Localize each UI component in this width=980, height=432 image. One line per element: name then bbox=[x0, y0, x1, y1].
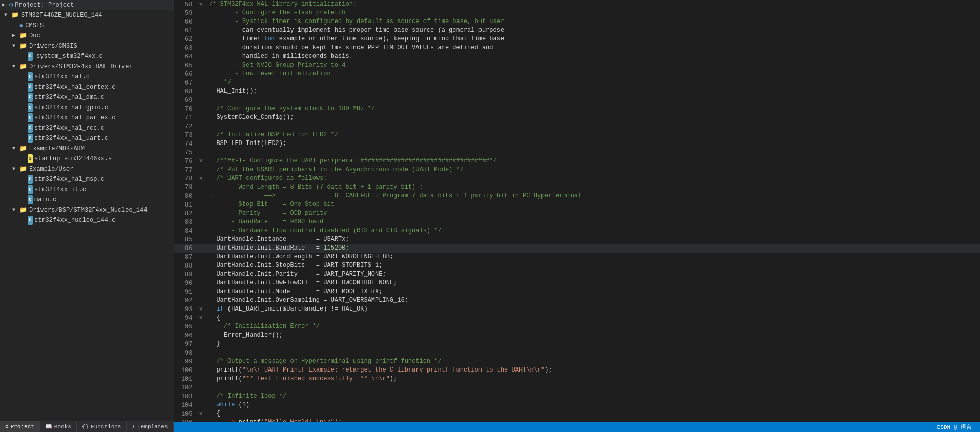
fold-indicator[interactable] bbox=[197, 331, 205, 340]
fold-indicator[interactable] bbox=[197, 148, 205, 157]
fold-indicator[interactable] bbox=[197, 166, 205, 174]
file-c-icon-msp: c bbox=[28, 175, 33, 184]
fold-indicator[interactable] bbox=[197, 96, 205, 105]
code-scroll[interactable]: 58▼/* STM32F4xx HAL library initializati… bbox=[174, 0, 980, 426]
fold-indicator[interactable] bbox=[197, 78, 205, 87]
diamond-icon: ◆ bbox=[19, 21, 23, 30]
line-number: 58 bbox=[174, 0, 197, 9]
sidebar-item-main-c[interactable]: c main.c bbox=[0, 195, 174, 205]
line-number: 87 bbox=[174, 253, 197, 261]
sidebar-item-hal-rcc[interactable]: c stm32f4xx_hal_rcc.c bbox=[0, 123, 174, 133]
sidebar-item-project[interactable]: ▶ ⚙ Project: Project bbox=[0, 0, 174, 10]
sidebar-item-example-user[interactable]: ▼ 📁 Example/User bbox=[0, 164, 174, 174]
fold-indicator[interactable] bbox=[197, 375, 205, 383]
fold-indicator[interactable] bbox=[197, 392, 205, 401]
sidebar-item-drivers-hal[interactable]: ▼ 📁 Drivers/STM32F4xx_HAL_Driver bbox=[0, 61, 174, 72]
sidebar-item-hal-cortex[interactable]: c stm32f4xx_hal_cortex.c bbox=[0, 82, 174, 92]
fold-indicator[interactable] bbox=[197, 357, 205, 366]
sidebar-item-hal-pwr[interactable]: c stm32f4xx_hal_pwr_ex.c bbox=[0, 113, 174, 123]
fold-indicator[interactable] bbox=[197, 105, 205, 113]
line-number: 79 bbox=[174, 183, 197, 192]
fold-indicator[interactable] bbox=[197, 87, 205, 96]
tree-arrow-system-c bbox=[20, 52, 28, 61]
fold-indicator[interactable] bbox=[197, 218, 205, 227]
fold-indicator[interactable] bbox=[197, 131, 205, 139]
fold-indicator[interactable] bbox=[197, 61, 205, 70]
sidebar-item-hal-gpio[interactable]: c stm32f4xx_hal_gpio.c bbox=[0, 102, 174, 113]
line-number: 64 bbox=[174, 52, 197, 61]
fold-indicator[interactable] bbox=[197, 17, 205, 26]
fold-indicator[interactable] bbox=[197, 227, 205, 235]
sidebar-item-msp-c[interactable]: c stm32f4xx_hal_msp.c bbox=[0, 174, 174, 184]
sidebar-tree[interactable]: ▶ ⚙ Project: Project ▼ 📁 STM32F446ZE_NUC… bbox=[0, 0, 174, 421]
fold-indicator[interactable] bbox=[197, 287, 205, 296]
fold-indicator[interactable] bbox=[197, 52, 205, 61]
fold-indicator[interactable] bbox=[197, 139, 205, 148]
fold-indicator[interactable] bbox=[197, 209, 205, 218]
fold-indicator[interactable] bbox=[197, 348, 205, 357]
sidebar-item-startup[interactable]: s startup_stm32f446xx.s bbox=[0, 154, 174, 164]
tab-project[interactable]: ⚙ Project bbox=[0, 421, 40, 432]
code-line: timer for example or other time source),… bbox=[205, 35, 980, 44]
sidebar-item-system-c[interactable]: c system_stm32f4xx.c bbox=[0, 51, 174, 61]
editor-area: 58▼/* STM32F4xx HAL library initializati… bbox=[174, 0, 980, 432]
sidebar-item-drivers-cmsis[interactable]: ▼ 📁 Drivers/CMSIS bbox=[0, 41, 174, 51]
fold-indicator[interactable] bbox=[197, 279, 205, 287]
fold-indicator[interactable] bbox=[197, 253, 205, 261]
line-number: 76 bbox=[174, 157, 197, 166]
fold-indicator[interactable] bbox=[197, 340, 205, 348]
sidebar-item-cmsis[interactable]: ◆ CMSIS bbox=[0, 20, 174, 31]
fold-indicator[interactable]: ▼ bbox=[197, 314, 205, 322]
fold-indicator[interactable] bbox=[197, 200, 205, 209]
fold-indicator[interactable]: ▼ bbox=[197, 174, 205, 183]
fold-indicator[interactable] bbox=[197, 44, 205, 52]
tab-functions[interactable]: {} Functions bbox=[77, 421, 127, 432]
code-line: - Configure the Flash prefetch bbox=[205, 9, 980, 17]
sidebar-label-drivers-bsp: Drivers/BSP/STM32F4xx_Nucleo_144 bbox=[29, 205, 147, 215]
fold-indicator[interactable] bbox=[197, 26, 205, 35]
sidebar-item-nucleo144-c[interactable]: c stm32f4xx_nucleo_144.c bbox=[0, 215, 174, 225]
sidebar-item-hal-uart[interactable]: c stm32f4xx_hal_uart.c bbox=[0, 133, 174, 143]
sidebar-item-doc[interactable]: ▶ 📁 Doc bbox=[0, 31, 174, 41]
fold-indicator[interactable]: ▼ bbox=[197, 157, 205, 166]
sidebar-item-hal-dma[interactable]: c stm32f4xx_hal_dma.c bbox=[0, 92, 174, 102]
code-line: - BaudRate = 9600 baud bbox=[205, 218, 980, 227]
code-line: /* Infinite loop */ bbox=[205, 392, 980, 401]
sidebar-item-it-c[interactable]: c stm32f4xx_it.c bbox=[0, 184, 174, 195]
fold-indicator[interactable] bbox=[197, 296, 205, 305]
fold-indicator[interactable] bbox=[197, 113, 205, 122]
fold-indicator[interactable] bbox=[197, 183, 205, 192]
line-number: 97 bbox=[174, 340, 197, 348]
fold-indicator[interactable] bbox=[197, 244, 205, 253]
line-number: 100 bbox=[174, 366, 197, 375]
fold-indicator[interactable] bbox=[197, 383, 205, 392]
tab-books[interactable]: 📖 Books bbox=[40, 421, 77, 432]
fold-indicator[interactable] bbox=[197, 9, 205, 17]
fold-indicator[interactable] bbox=[197, 366, 205, 375]
fold-indicator[interactable] bbox=[197, 70, 205, 78]
code-line: /* Configure the system clock to 180 MHz… bbox=[205, 105, 980, 113]
sidebar-item-drivers-bsp[interactable]: ▼ 📁 Drivers/BSP/STM32F4xx_Nucleo_144 bbox=[0, 205, 174, 215]
sidebar-item-example-mdk[interactable]: ▼ 📁 Example/MDK-ARM bbox=[0, 143, 174, 154]
sidebar-item-hal-c[interactable]: c stm32f4xx_hal.c bbox=[0, 72, 174, 82]
file-c-icon-pwr: c bbox=[28, 113, 33, 122]
fold-indicator[interactable] bbox=[197, 322, 205, 331]
code-line: - Set NVIC Group Priority to 4 bbox=[205, 61, 980, 70]
fold-indicator[interactable] bbox=[197, 122, 205, 131]
line-number: 102 bbox=[174, 383, 197, 392]
fold-indicator[interactable]: ▼ bbox=[197, 409, 205, 418]
fold-indicator[interactable] bbox=[197, 235, 205, 244]
sidebar-item-stm32[interactable]: ▼ 📁 STM32F446ZE_NUCLEO_144 bbox=[0, 10, 174, 20]
fold-indicator[interactable] bbox=[197, 35, 205, 44]
bottom-tab-bar: ⚙ Project 📖 Books {} Functions T Templat… bbox=[0, 421, 174, 432]
fold-indicator[interactable] bbox=[197, 192, 205, 200]
code-line: UartHandle.Init.OverSampling = UART_OVER… bbox=[205, 296, 980, 305]
fold-indicator[interactable]: ▼ bbox=[197, 305, 205, 314]
fold-indicator[interactable] bbox=[197, 270, 205, 279]
line-number: 83 bbox=[174, 218, 197, 227]
tab-templates[interactable]: T Templates bbox=[127, 421, 173, 432]
fold-indicator[interactable] bbox=[197, 261, 205, 270]
tab-project-icon: ⚙ bbox=[5, 423, 9, 430]
fold-indicator[interactable] bbox=[197, 401, 205, 409]
fold-indicator[interactable]: ▼ bbox=[197, 0, 205, 9]
